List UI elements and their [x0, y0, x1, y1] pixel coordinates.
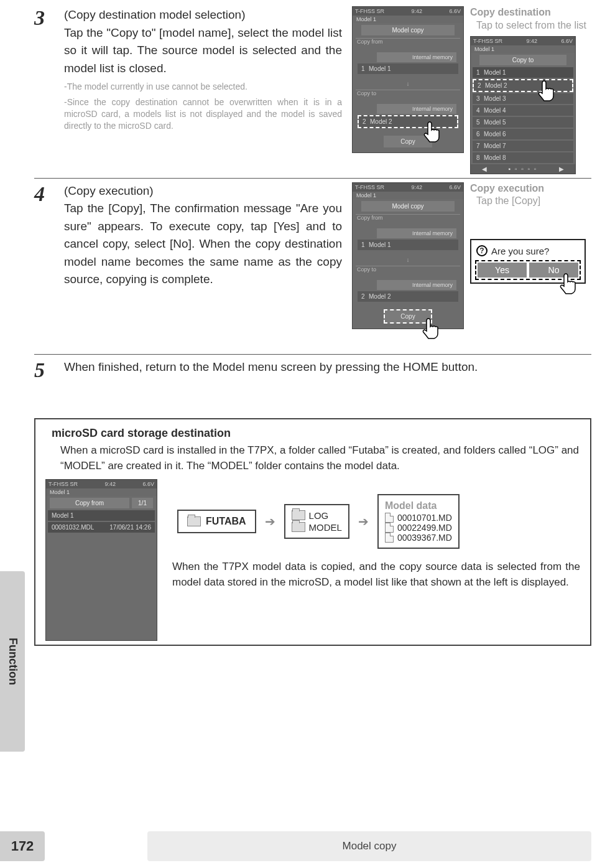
dev-title: Model copy — [361, 25, 455, 35]
step-4: 4 (Copy execution) Tap the [Copy], The c… — [34, 182, 591, 329]
device-copyfrom: T-FHSS SR9:426.6V Model 1 Copy from 1/1 … — [45, 479, 157, 641]
dl-i2: Model 2 — [485, 82, 507, 89]
dl-dots: ▪ ▫ ▫ ▫ ▫ — [509, 166, 538, 172]
dev-arrow: ↓ — [353, 80, 463, 87]
d2-title: Model copy — [361, 201, 455, 212]
dev-m2: Model 2 — [370, 118, 392, 125]
d2-mem2: Internal memory — [377, 280, 456, 290]
ds-row-head: Model 1 — [48, 510, 155, 521]
ds-page: 1/1 — [132, 498, 153, 508]
d2-top-c: 9:42 — [411, 184, 422, 190]
step-3-aside: Copy destination Tap to select from the … — [470, 6, 591, 174]
dl-i3: Model 3 — [484, 95, 506, 102]
md-file-1: 00010701.MD — [397, 513, 452, 523]
ds-date: 17/06/21 14:26 — [109, 524, 151, 531]
aside-3-sub: Tap to select from the list — [470, 19, 591, 32]
dl-row-5: 5Model 5 — [473, 117, 573, 128]
model-label: MODEL — [309, 522, 342, 533]
ds-file: 00081032.MDL — [52, 524, 94, 531]
step-5: 5 When finished, return to the Model men… — [34, 358, 591, 381]
ds-row-file: 00081032.MDL 17/06/21 14:26 — [48, 522, 155, 533]
d2-m1: Model 1 — [369, 241, 391, 248]
log-label: LOG — [309, 510, 329, 521]
step-4-body: Tap the [Copy], The confirmation message… — [64, 200, 342, 289]
dl-i4: Model 4 — [484, 107, 506, 114]
folder-icon — [187, 516, 201, 526]
d2-arrow: ↓ — [353, 256, 463, 263]
futaba-folder: FUTABA — [177, 510, 256, 533]
dev-top-l: T-FHSS SR — [355, 8, 384, 14]
file-icon-3 — [385, 533, 394, 543]
ds-top-c: 9:42 — [104, 481, 116, 487]
aside-4-title: Copy execution — [470, 182, 591, 195]
device-modelcopy-1: T-FHSS SR9:426.6V Model 1 Model copy Cop… — [352, 6, 464, 153]
d2-top-r: 6.6V — [449, 184, 461, 190]
sd-card-info-box: microSD card storage destination When a … — [34, 418, 591, 646]
tap-hand-icon — [421, 121, 443, 143]
dl-row-2: 2Model 2 — [473, 79, 573, 92]
folder-icon-model — [292, 522, 305, 532]
dl-sub: Model 1 — [471, 45, 575, 53]
dl-row-1: 1Model 1 — [473, 67, 573, 78]
dl-prev-icon: ◀ — [482, 166, 487, 172]
step-3-number: 3 — [34, 6, 58, 174]
ds-title: Copy from — [50, 498, 129, 508]
dl-row-8: 8Model 8 — [473, 152, 573, 163]
sd-after-text: When the T7PX model data is copied, and … — [172, 559, 580, 590]
step-3-content: (Copy destination model selection) Tap t… — [64, 6, 464, 174]
device-modelcopy-2: T-FHSS SR9:426.6V Model 1 Model copy Cop… — [352, 182, 464, 329]
dialog-yes-button[interactable]: Yes — [478, 263, 527, 278]
dl-i7: Model 7 — [484, 142, 506, 149]
step-4-head: (Copy execution) — [64, 182, 342, 200]
step-3-note2: -Since the copy destination cannot be ov… — [64, 96, 342, 132]
d2-to: Copy to — [356, 266, 377, 273]
ds-sub: Model 1 — [46, 488, 157, 496]
step-3: 3 (Copy destination model selection) Tap… — [34, 6, 591, 174]
step-3-head: (Copy destination model selection) — [64, 6, 342, 24]
aside-4-sub: Tap the [Copy] — [470, 195, 591, 208]
dl-title: Copy to — [479, 55, 566, 65]
question-icon: ? — [476, 245, 488, 256]
dialog-question: Are you sure? — [491, 246, 549, 256]
side-tab-function: Function — [0, 571, 25, 752]
dl-row-4: 4Model 4 — [473, 105, 573, 116]
ds-top-l: T-FHSS SR — [49, 481, 78, 487]
d2-m2: Model 2 — [369, 293, 391, 300]
tap-hand-icon-3 — [420, 317, 442, 340]
d2-mem1: Internal memory — [377, 228, 456, 238]
dl-top-l: T-FHSS SR — [473, 38, 502, 44]
ds-row-model: Model 1 — [52, 512, 74, 519]
step-3-body: Tap the "Copy to" [model name], select t… — [64, 24, 342, 78]
dl-top-r: 6.6V — [561, 38, 573, 44]
dl-i1: Model 1 — [484, 69, 506, 76]
dl-row-7: 7Model 7 — [473, 141, 573, 151]
model-data-title: Model data — [385, 500, 452, 511]
d2-sub: Model 1 — [353, 192, 463, 199]
sd-body: When a microSD card is installed in the … — [60, 442, 580, 474]
folder-flow: FUTABA ➔ LOG MODEL ➔ Model data 00010701… — [177, 494, 580, 549]
dev-from-legend: Copy from — [356, 39, 384, 45]
dev-sub: Model 1 — [353, 16, 463, 23]
step-4-content: (Copy execution) Tap the [Copy], The con… — [64, 182, 464, 329]
md-file-2: 00022499.MD — [397, 523, 452, 533]
dl-row-6: 6Model 6 — [473, 129, 573, 139]
dev-mem-2: Internal memory — [377, 104, 456, 114]
dev-to-legend: Copy to — [356, 90, 377, 96]
arrow-icon: ➔ — [265, 514, 275, 529]
folder-icon-log — [292, 510, 305, 520]
arrow-icon-2: ➔ — [358, 514, 369, 529]
page-number: 172 — [0, 831, 45, 861]
futaba-label: FUTABA — [206, 516, 246, 527]
dev-top-c: 9:42 — [411, 8, 422, 14]
dl-top-c: 9:42 — [526, 38, 537, 44]
md-file-3: 00039367.MD — [397, 533, 452, 543]
sd-head: microSD card storage destination — [52, 427, 580, 440]
dl-i8: Model 8 — [484, 154, 506, 161]
step-4-aside: Copy execution Tap the [Copy] ? Are you … — [470, 182, 591, 329]
file-icon-2 — [385, 523, 394, 533]
log-model-folders: LOG MODEL — [284, 504, 349, 539]
step-5-body: When finished, return to the Model menu … — [64, 358, 591, 381]
tap-hand-icon-2 — [535, 80, 558, 102]
aside-3-title: Copy destination — [470, 6, 591, 19]
device-model-list: T-FHSS SR9:426.6V Model 1 Copy to 1Model… — [470, 36, 576, 174]
